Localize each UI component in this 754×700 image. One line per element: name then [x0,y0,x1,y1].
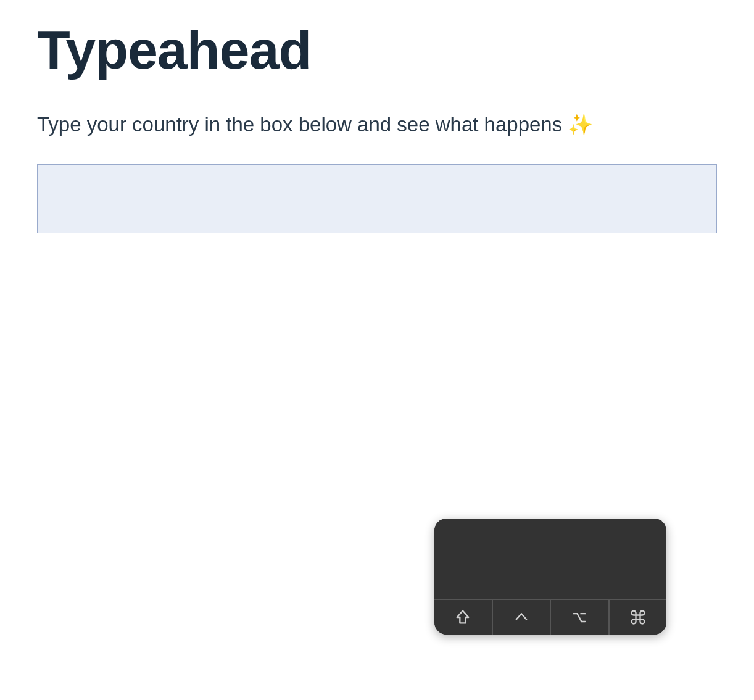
modifier-key-panel [434,519,666,635]
option-icon [571,609,588,626]
shift-key[interactable] [434,600,493,635]
sparkle-icon: ✨ [568,112,593,136]
modifier-panel-display [434,519,666,599]
command-icon [629,609,647,626]
instruction-text: Type your country in the box below and s… [37,112,717,136]
option-key[interactable] [551,600,610,635]
modifier-key-row [434,599,666,635]
instruction-label: Type your country in the box below and s… [37,113,568,136]
command-key[interactable] [610,600,667,635]
page-title: Typeahead [37,19,717,81]
control-icon [513,609,530,626]
control-key[interactable] [493,600,552,635]
shift-icon [454,609,471,626]
country-input[interactable] [37,164,717,233]
